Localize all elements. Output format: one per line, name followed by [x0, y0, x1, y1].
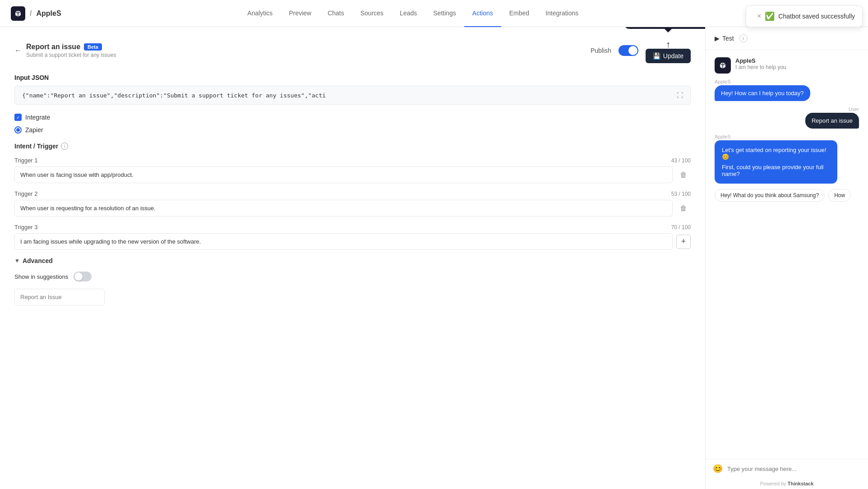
powered-by-text: Powered by: [760, 481, 786, 486]
nav-integrations[interactable]: Integrations: [537, 0, 586, 27]
zapier-radio-row: Zapier: [14, 126, 691, 134]
nav-settings[interactable]: Settings: [425, 0, 464, 27]
add-trigger-button[interactable]: +: [676, 235, 691, 249]
trigger-1-delete-icon[interactable]: 🗑: [676, 168, 691, 182]
suggestion-chip-1[interactable]: Hey! What do you think about Samsung?: [715, 189, 825, 202]
action-title-area: ← Report an issue Beta Submit a support …: [14, 43, 116, 58]
toast-close-button[interactable]: ×: [757, 12, 761, 20]
trigger-2-count: 53 / 100: [671, 191, 691, 197]
left-panel: ← Report an issue Beta Submit a support …: [0, 27, 706, 489]
app-title: AppleS: [36, 9, 61, 18]
bot-response-line-1: Let's get started on reporting your issu…: [722, 147, 830, 160]
publish-toggle[interactable]: [619, 45, 638, 56]
integrate-label: Integrate: [25, 114, 50, 121]
bot-greeting-area: AppleS Hey! How can I help you today?: [715, 79, 859, 101]
trigger-2-name: Trigger 2: [14, 190, 38, 197]
action-title: Report an issue: [26, 43, 80, 51]
trigger-1-header: Trigger 1 43 / 100: [14, 157, 691, 164]
logo-icon: [11, 6, 25, 21]
expand-icon[interactable]: ⛶: [677, 92, 683, 99]
suggestion-chip-2[interactable]: How: [828, 189, 851, 202]
breadcrumb-sep: /: [30, 9, 32, 18]
update-label: Update: [663, 52, 683, 60]
nav-analytics[interactable]: Analytics: [239, 0, 281, 27]
nav-leads[interactable]: Leads: [392, 0, 425, 27]
apple-label-2: AppleS: [715, 134, 859, 139]
apple-label-1: AppleS: [715, 79, 859, 84]
chat-suggestions: Hey! What do you think about Samsung? Ho…: [715, 189, 859, 203]
brand-name: Thinkstack: [788, 481, 813, 486]
suggestions-toggle[interactable]: [74, 272, 92, 281]
header: / AppleS Analytics Preview Chats Sources…: [0, 0, 868, 27]
bot-response-bubble: Let's get started on reporting your issu…: [715, 140, 837, 184]
powered-by: Powered by Thinkstack: [706, 478, 868, 489]
trigger-2-input[interactable]: [14, 200, 673, 217]
intent-info-icon[interactable]: i: [61, 143, 68, 150]
integrate-checkbox[interactable]: ✓: [14, 114, 22, 121]
radio-inner: [16, 128, 20, 132]
main-nav: Analytics Preview Chats Sources Leads Se…: [239, 0, 586, 27]
play-icon: ▶: [715, 35, 720, 42]
bot-name: AppleS: [735, 57, 786, 64]
trigger-2-input-row: 🗑: [14, 200, 691, 217]
trigger-3-header: Trigger 3 70 / 100: [14, 224, 691, 231]
toast-success-icon: ✅: [765, 11, 775, 21]
chat-message-input[interactable]: [727, 466, 861, 472]
logo-area[interactable]: / AppleS: [11, 6, 61, 21]
trigger-3-name: Trigger 3: [14, 224, 38, 231]
trigger-1-name: Trigger 1: [14, 157, 38, 164]
zapier-label: Zapier: [25, 126, 43, 134]
nav-sources[interactable]: Sources: [352, 0, 392, 27]
beta-badge: Beta: [84, 43, 102, 51]
trigger-1-block: Trigger 1 43 / 100 🗑: [14, 157, 691, 183]
input-json-value: {"name":"Report an issue","description":…: [22, 92, 326, 99]
bot-avatar: [715, 57, 731, 74]
zapier-radio[interactable]: [14, 126, 22, 134]
suggestions-toggle-knob: [74, 272, 83, 281]
user-label: User: [849, 106, 859, 112]
suggestion-text-input[interactable]: [14, 289, 105, 305]
right-panel: ▶ Test i AppleS I am here to help you: [706, 27, 868, 489]
nav-preview[interactable]: Preview: [281, 0, 319, 27]
show-suggestions-label: Show in suggestions: [14, 273, 68, 280]
input-json-box[interactable]: {"name":"Report an issue","description":…: [14, 86, 691, 105]
action-controls: Publish Click on Update ↑ 💾 Update: [591, 38, 691, 63]
toast-message: Chatbot saved successfully: [778, 13, 855, 20]
emoji-icon[interactable]: 😊: [713, 464, 723, 474]
advanced-label: Advanced: [23, 257, 53, 264]
back-button[interactable]: ←: [14, 46, 22, 55]
toast-notification: × ✅ Chatbot saved successfully: [746, 5, 863, 27]
nav-chats[interactable]: Chats: [319, 0, 352, 27]
chat-input-area: 😊: [706, 459, 868, 478]
bot-intro: AppleS I am here to help you: [715, 57, 859, 74]
update-button[interactable]: 💾 Update: [646, 49, 691, 63]
main-content: ← Report an issue Beta Submit a support …: [0, 27, 868, 489]
trigger-3-count: 70 / 100: [671, 224, 691, 231]
trigger-3-input[interactable]: [14, 233, 673, 250]
input-json-label: Input JSON: [14, 74, 691, 81]
publish-label: Publish: [591, 47, 611, 54]
nav-embed[interactable]: Embed: [501, 0, 537, 27]
chat-header: ▶ Test i: [706, 27, 868, 50]
action-header: ← Report an issue Beta Submit a support …: [14, 38, 691, 63]
trigger-3-block: Trigger 3 70 / 100 +: [14, 224, 691, 250]
trigger-2-block: Trigger 2 53 / 100 🗑: [14, 190, 691, 217]
intent-trigger-row: Intent / Trigger i: [14, 143, 691, 150]
advanced-section-header[interactable]: ▼ Advanced: [14, 257, 691, 264]
trigger-2-header: Trigger 2 53 / 100: [14, 190, 691, 197]
bot-greeting-bubble: Hey! How can I help you today?: [715, 85, 810, 101]
user-message-bubble: Report an issue: [805, 113, 859, 129]
chat-body: AppleS I am here to help you AppleS Hey!…: [706, 50, 868, 459]
trigger-1-input[interactable]: [14, 166, 673, 183]
bot-response-line-2: First, could you please provide your ful…: [722, 164, 830, 177]
trigger-2-delete-icon[interactable]: 🗑: [676, 201, 691, 216]
suggestions-row: Show in suggestions: [14, 272, 691, 281]
test-info-icon[interactable]: i: [739, 34, 748, 42]
test-label: Test: [722, 35, 734, 42]
trigger-3-input-row: +: [14, 233, 691, 250]
user-message-area: User Report an issue: [715, 106, 859, 129]
trigger-1-input-row: 🗑: [14, 166, 691, 183]
nav-actions[interactable]: Actions: [464, 0, 501, 27]
update-tooltip-container: Click on Update ↑ 💾 Update: [646, 38, 691, 63]
test-button[interactable]: ▶ Test: [715, 35, 734, 42]
